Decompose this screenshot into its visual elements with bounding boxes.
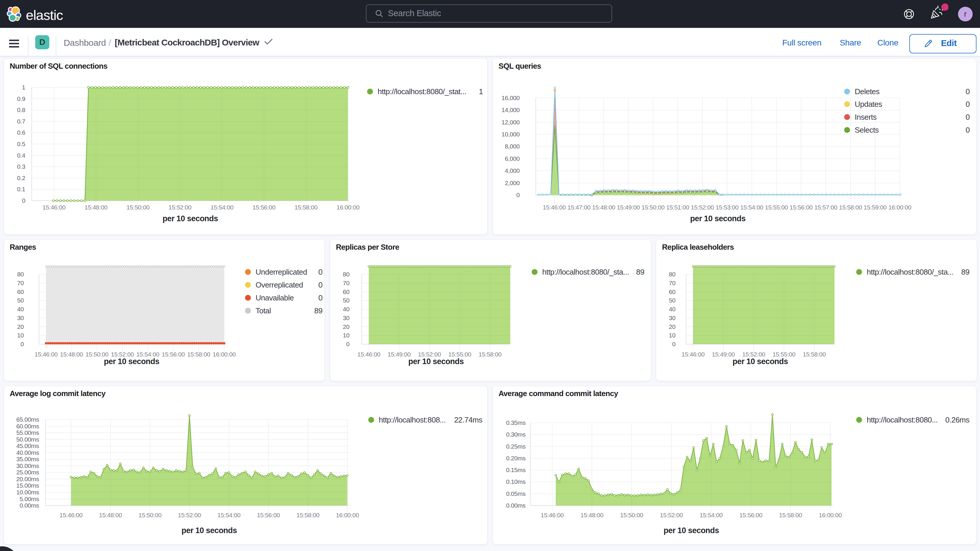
svg-text:per 10 seconds: per 10 seconds (663, 526, 719, 535)
svg-text:15:54:00: 15:54:00 (210, 204, 233, 211)
svg-text:30: 30 (17, 315, 24, 321)
svg-text:25.00ms: 25.00ms (16, 469, 39, 476)
svg-text:16,000: 16,000 (501, 94, 520, 101)
svg-text:15:55:00: 15:55:00 (448, 351, 471, 358)
svg-text:15:46:00: 15:46:00 (357, 351, 380, 358)
svg-text:15:46:00: 15:46:00 (43, 204, 65, 211)
svg-text:15:56:00: 15:56:00 (789, 204, 813, 211)
svg-text:Updates: Updates (855, 100, 882, 108)
svg-text:0.26ms: 0.26ms (945, 416, 970, 424)
svg-text:80: 80 (669, 271, 676, 277)
svg-text:per 10 seconds: per 10 seconds (162, 214, 218, 223)
svg-text:15:54:00: 15:54:00 (700, 512, 722, 518)
svg-text:35.00ms: 35.00ms (16, 455, 39, 462)
svg-text:http://localhost:8080/_sta...: http://localhost:8080/_sta... (867, 268, 954, 276)
svg-text:50: 50 (343, 297, 350, 304)
svg-text:15:56:00: 15:56:00 (257, 512, 280, 518)
svg-text:15:58:00: 15:58:00 (779, 512, 802, 518)
svg-text:14,000: 14,000 (501, 107, 520, 113)
svg-text:Total: Total (256, 306, 271, 315)
svg-text:20: 20 (343, 323, 350, 330)
svg-text:60: 60 (343, 288, 350, 295)
svg-text:0.1: 0.1 (17, 186, 25, 193)
svg-text:15:56:00: 15:56:00 (253, 204, 275, 211)
svg-text:15:56:00: 15:56:00 (162, 351, 185, 358)
svg-text:per 10 seconds: per 10 seconds (104, 357, 159, 366)
svg-text:8,000: 8,000 (505, 143, 520, 150)
svg-text:0.25ms: 0.25ms (506, 443, 525, 450)
svg-text:15:52:00: 15:52:00 (418, 351, 441, 358)
svg-text:89: 89 (961, 268, 969, 276)
svg-text:0.2: 0.2 (17, 175, 25, 181)
svg-text:15:50:00: 15:50:00 (620, 512, 643, 518)
svg-text:0.9: 0.9 (17, 96, 25, 102)
svg-text:15:48:00: 15:48:00 (84, 204, 107, 211)
svg-text:30.00ms: 30.00ms (16, 462, 39, 469)
svg-text:0.05ms: 0.05ms (506, 490, 525, 497)
svg-text:per 10 seconds: per 10 seconds (181, 526, 237, 535)
svg-text:per 10 seconds: per 10 seconds (690, 214, 746, 223)
svg-text:0: 0 (22, 197, 25, 204)
svg-text:16:00:00: 16:00:00 (336, 512, 359, 518)
svg-text:20: 20 (17, 323, 24, 330)
svg-text:0.00ms: 0.00ms (506, 502, 525, 509)
svg-text:15.00ms: 15.00ms (16, 482, 39, 489)
svg-text:16:00:00: 16:00:00 (888, 204, 912, 211)
svg-text:89: 89 (636, 268, 644, 276)
svg-text:10: 10 (17, 332, 24, 339)
svg-text:Overreplicated: Overreplicated (256, 280, 303, 289)
svg-text:15:58:00: 15:58:00 (296, 512, 319, 518)
svg-text:15:53:00: 15:53:00 (716, 204, 738, 211)
svg-text:0.5: 0.5 (17, 140, 25, 147)
svg-text:15:46:00: 15:46:00 (35, 351, 57, 358)
svg-text:20.00ms: 20.00ms (16, 476, 39, 483)
svg-text:0: 0 (966, 87, 970, 96)
svg-text:10.00ms: 10.00ms (16, 489, 39, 495)
svg-text:16:00:00: 16:00:00 (819, 512, 842, 518)
svg-text:0: 0 (346, 341, 349, 347)
svg-text:40: 40 (343, 306, 350, 312)
svg-text:15:48:00: 15:48:00 (592, 204, 615, 211)
svg-text:15:46:00: 15:46:00 (682, 351, 705, 358)
svg-text:http://localhost:8080/_sta...: http://localhost:8080/_sta... (542, 268, 629, 276)
svg-text:15:58:00: 15:58:00 (803, 351, 826, 358)
svg-text:0: 0 (672, 341, 675, 347)
svg-text:40.00ms: 40.00ms (16, 449, 39, 456)
svg-text:15:48:00: 15:48:00 (581, 512, 603, 518)
svg-text:15:52:00: 15:52:00 (660, 512, 683, 518)
svg-text:15:58:00: 15:58:00 (294, 204, 318, 211)
svg-text:10: 10 (343, 332, 350, 339)
svg-text:15:54:00: 15:54:00 (137, 351, 159, 358)
svg-text:Unavailable: Unavailable (256, 293, 294, 302)
svg-text:0.00ms: 0.00ms (20, 502, 39, 509)
svg-text:15:49:00: 15:49:00 (712, 351, 735, 358)
svg-text:10: 10 (669, 332, 676, 339)
svg-text:0: 0 (516, 191, 520, 198)
svg-text:http://localhost:8080/_stat...: http://localhost:8080/_stat... (378, 87, 466, 96)
svg-text:15:54:00: 15:54:00 (218, 512, 240, 518)
svg-text:10,000: 10,000 (501, 131, 520, 138)
svg-text:15:58:00: 15:58:00 (839, 204, 862, 211)
svg-text:15:52:00: 15:52:00 (742, 351, 765, 358)
svg-text:0.7: 0.7 (17, 118, 25, 125)
svg-text:16:00:00: 16:00:00 (213, 351, 235, 358)
svg-text:15:47:00: 15:47:00 (568, 204, 590, 211)
svg-text:60: 60 (669, 288, 676, 295)
svg-text:1: 1 (22, 84, 25, 91)
svg-text:60: 60 (17, 288, 24, 295)
svg-text:4,000: 4,000 (505, 167, 520, 174)
svg-text:65.00ms: 65.00ms (16, 416, 39, 423)
svg-text:12,000: 12,000 (501, 119, 520, 126)
svg-text:40: 40 (17, 306, 24, 312)
svg-text:0: 0 (966, 100, 970, 108)
svg-text:30: 30 (669, 315, 676, 321)
svg-text:80: 80 (17, 271, 24, 277)
svg-text:6,000: 6,000 (505, 155, 520, 162)
svg-text:15:52:00: 15:52:00 (178, 512, 201, 518)
svg-text:0.4: 0.4 (17, 152, 25, 159)
svg-text:40: 40 (669, 306, 676, 312)
svg-text:Selects: Selects (855, 126, 879, 134)
svg-text:15:50:00: 15:50:00 (641, 204, 664, 211)
svg-text:0.10ms: 0.10ms (506, 478, 525, 485)
svg-text:50: 50 (669, 297, 676, 304)
